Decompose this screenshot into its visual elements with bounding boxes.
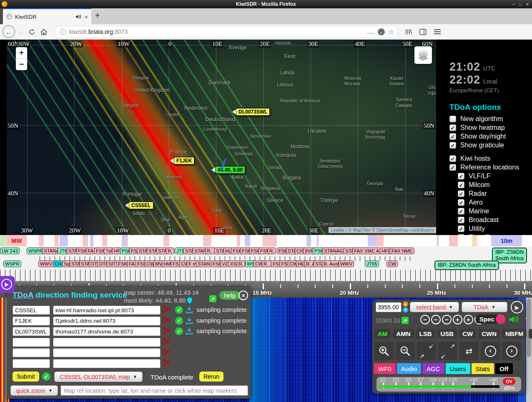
open-in-new-icon[interactable]: ↗ [402,317,409,324]
station-host-input[interactable] [53,306,161,315]
band-label[interactable]: CW [386,260,398,267]
mode-button-usb[interactable]: USB [437,329,457,339]
close-panel-icon[interactable]: × [238,291,248,300]
zoom-out-max-button[interactable]: ↗ ↙ [438,342,457,360]
tdoa-link[interactable]: TDoA [13,291,33,299]
checkbox[interactable]: ✓ [449,164,456,171]
download-icon[interactable] [186,306,193,314]
record-button[interactable] [496,314,505,324]
extension-icon[interactable]: ▶ [0,276,15,293]
menu-icon[interactable] [434,28,441,35]
map-marker-station[interactable]: F1JEK [173,157,195,165]
pocket-icon[interactable]: ⌄ [378,28,385,35]
open-in-new-icon[interactable]: ↗ [209,295,216,302]
band-label[interactable]: STAN [196,260,212,267]
rerun-button[interactable]: Rerun [199,372,223,382]
checkbox[interactable]: ✓ [458,199,464,206]
minimize-button[interactable]: – [512,2,515,7]
panel-button-stats[interactable]: Stats [472,363,494,374]
zoom-out-button[interactable] [396,342,415,360]
mode-button-cw[interactable]: CW [459,329,476,339]
band-segment[interactable] [306,235,311,246]
reload-button[interactable] [26,29,38,35]
download-icon[interactable] [186,327,193,335]
scrollbar-thumb[interactable] [527,298,531,357]
panel-button-wf0[interactable]: WF0 [374,363,396,374]
band-segment[interactable] [60,235,68,246]
band-segment[interactable] [90,235,93,246]
band-label[interactable]: LW 243 [0,248,20,254]
band-segment[interactable] [263,235,277,246]
clear-station-icon[interactable] [163,316,171,324]
band-segment[interactable] [237,235,240,246]
station-host-input[interactable] [53,327,161,336]
band-segment[interactable] [39,235,44,246]
band-segment[interactable]: 10m [491,235,522,246]
band-select[interactable]: select band▼ [410,302,459,312]
band-label[interactable]: JT65 [365,260,379,267]
band-label[interactable]: R. [237,260,245,267]
zoom-minus-icon[interactable]: − [431,315,441,324]
band-segment[interactable] [55,235,59,246]
forward-button[interactable]: → [15,28,26,35]
clear-station-icon[interactable] [163,306,171,313]
spectrum-button[interactable]: Spec [476,315,498,324]
freq-up-icon[interactable]: ▲ [403,301,408,307]
zoom-minus-icon[interactable]: − [442,315,452,324]
clear-station-icon[interactable] [163,359,171,367]
library-icon[interactable] [405,28,412,35]
checkbox[interactable]: ✓ [458,190,464,197]
submit-button[interactable]: Submit [13,372,39,382]
band-label[interactable]: R. Aust [322,260,341,267]
station-host-input[interactable] [53,348,161,357]
band-segment[interactable] [163,235,169,246]
clear-station-icon[interactable] [163,348,171,356]
band-segment[interactable] [472,235,477,246]
map-ref-input[interactable] [60,385,248,396]
band-segment[interactable]: MW [7,235,27,246]
help-button[interactable]: help [219,291,240,300]
location-pin-icon[interactable] [187,297,192,304]
station-id-input[interactable] [13,359,50,368]
station-id-input[interactable] [13,327,50,336]
band-label[interactable]: SIT [107,260,118,267]
band-label[interactable]: WWV [339,260,354,267]
band-segment[interactable] [122,235,126,246]
extension-select[interactable]: TDoA▼ [462,302,507,312]
quick-zoom-select[interactable]: quick zoom▼ [10,385,58,396]
sidebar-icon[interactable] [419,29,427,35]
station-host-input[interactable] [53,338,161,347]
checkbox[interactable]: ✓ [458,182,464,188]
station-host-input[interactable] [53,359,161,368]
home-button[interactable] [38,29,50,35]
frequency-steppers[interactable]: ▲ ▼ [403,301,408,313]
back-button[interactable]: ← [3,25,15,38]
close-button[interactable]: × [526,2,529,7]
station-id-input[interactable] [13,348,50,357]
mode-button-nbfm[interactable]: NBFM [502,329,527,339]
checkbox[interactable]: ✓ [458,208,464,215]
zoom-to-band-button[interactable]: ↙ ↗ [417,342,436,360]
checkbox[interactable]: ✓ [458,225,464,232]
url-bar[interactable]: i kiwisdr.briata.org:8073 ... ⌄ ☆ [56,26,398,38]
band-segment[interactable] [368,235,376,246]
panel-button-off[interactable]: Off [495,363,513,374]
panel-button-users[interactable]: Users [446,363,470,374]
band-segment[interactable] [0,235,7,246]
station-id-input[interactable] [13,306,50,315]
site-info-icon[interactable]: i [60,29,66,35]
tab-close-icon[interactable]: × [84,13,88,20]
tdoa-map[interactable]: 60N30W20W10W010E20E30E40E50E60N30W20W10W… [0,40,436,235]
panel-button-audio[interactable]: Audio [397,363,421,374]
band-label[interactable]: FAX NMC [390,248,414,254]
station-id-input[interactable] [13,338,50,347]
mode-button-cwn[interactable]: CWN [478,329,500,339]
band-label[interactable]: WSPR [3,260,21,267]
map-marker-station[interactable]: CS5SEL [128,201,154,210]
scrollbar[interactable] [526,298,532,402]
maximize-button[interactable]: □ [519,2,522,7]
zoom-plus-icon[interactable]: + [464,315,473,324]
download-icon[interactable] [186,317,193,324]
band-label[interactable]: R. [268,248,276,254]
band-segment[interactable] [83,235,88,246]
